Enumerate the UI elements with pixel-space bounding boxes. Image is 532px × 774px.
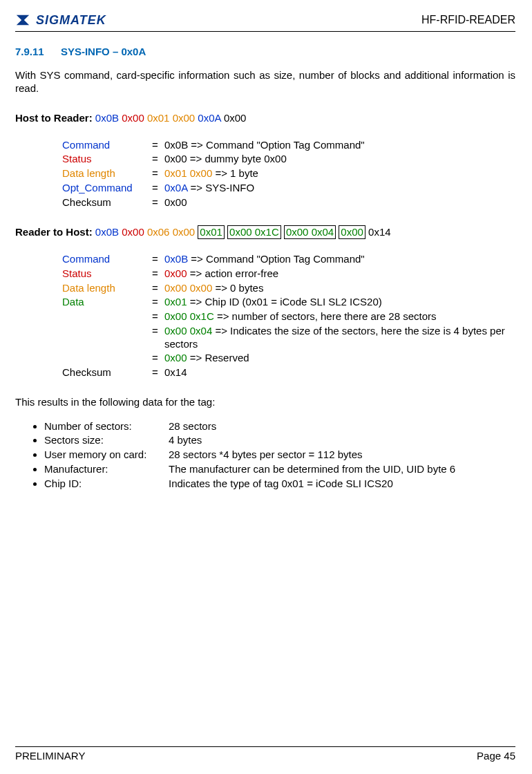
- r2h-def-checksum-label: Checksum: [62, 366, 152, 379]
- r2h-def-data4-post: => Reserved: [190, 352, 249, 364]
- r2h-def-command-label: Command: [62, 253, 152, 266]
- r2h-def-data-label: Data: [62, 296, 152, 309]
- h2r-byte-datalen: 0x01 0x00: [147, 112, 195, 124]
- intro-paragraph: With SYS command, card-specific informat…: [15, 69, 515, 95]
- h2r-byte-optcmd: 0x0A: [198, 112, 220, 124]
- section-title: SYS-INFO – 0x0A: [61, 46, 146, 57]
- list-item: Number of sectors:28 sectors: [44, 420, 515, 433]
- h2r-def-datalen-label: Data length: [62, 167, 152, 180]
- r2h-byte-data3: 0x00 0x04: [284, 225, 336, 238]
- r2h-def-data3-pre: 0x00 0x04: [164, 325, 215, 337]
- r2h-def-data2-pre: 0x00 0x1C: [164, 310, 217, 322]
- list-item: User memory on card:28 sectors *4 bytes …: [44, 449, 515, 462]
- list-item: Sectors size:4 bytes: [44, 434, 515, 447]
- h2r-def-datalen-post: => 1 byte: [215, 167, 258, 179]
- r2h-def-datalen-label: Data length: [62, 282, 152, 295]
- doc-title: HF-RFID-READER: [421, 13, 515, 27]
- r2h-def-data3-post: => Indicates the size of the sectors, he…: [164, 325, 505, 350]
- logo-icon: [15, 12, 30, 28]
- h2r-def-command-label: Command: [62, 139, 152, 152]
- footer-left: PRELIMINARY: [15, 750, 85, 763]
- r2h-byte-status: 0x00: [122, 226, 144, 238]
- r2h-def-status-pre: 0x00: [164, 267, 190, 279]
- r2h-def-status-label: Status: [62, 267, 152, 281]
- h2r-def-datalen-pre: 0x01 0x00: [164, 167, 215, 179]
- r2h-label: Reader to Host:: [15, 226, 95, 238]
- h2r-byte-checksum: 0x00: [224, 112, 247, 124]
- r2h-def-data4-pre: 0x00: [164, 352, 190, 364]
- r2h-def-data1-post: => Chip ID (0x01 = iCode SLI SL2 ICS20): [190, 296, 382, 308]
- r2h-def-datalen-post: => 0 bytes: [215, 282, 263, 294]
- h2r-byte-command: 0x0B: [95, 112, 119, 124]
- r2h-def-datalen-pre: 0x00 0x00: [164, 282, 215, 294]
- h2r-label: Host to Reader:: [15, 112, 95, 124]
- r2h-byte-data4: 0x00: [339, 225, 365, 238]
- r2h-def-command-post: => Command "Option Tag Command": [191, 253, 364, 265]
- h2r-def-optcmd-post: => SYS-INFO: [191, 182, 255, 194]
- r2h-def-data2-post: => number of sectors, here there are 28 …: [217, 310, 437, 322]
- list-item: Chip ID:Indicates the type of tag 0x01 =…: [44, 478, 515, 491]
- reader-to-host-line: Reader to Host: 0x0B 0x00 0x06 0x00 0x01…: [15, 225, 515, 239]
- r2h-def-data1-pre: 0x01: [164, 296, 190, 308]
- r2h-def-command-pre: 0x0B: [164, 253, 191, 265]
- h2r-def-checksum-label: Checksum: [62, 196, 152, 209]
- h2r-def-optcmd-pre: 0x0A: [164, 182, 191, 194]
- logo: SIGMATEK: [15, 12, 106, 28]
- r2h-definitions: Command = 0x0B => Command "Option Tag Co…: [62, 253, 515, 379]
- list-item: Manufacturer:The manufacturer can be det…: [44, 463, 515, 476]
- footer-right: Page 45: [477, 750, 515, 763]
- r2h-byte-command: 0x0B: [95, 226, 119, 238]
- logo-text: SIGMATEK: [36, 12, 106, 28]
- host-to-reader-line: Host to Reader: 0x0B 0x00 0x01 0x00 0x0A…: [15, 112, 515, 125]
- r2h-def-checksum-val: 0x14: [164, 366, 515, 379]
- results-title: This results in the following data for t…: [15, 396, 515, 409]
- r2h-byte-checksum: 0x14: [368, 226, 391, 238]
- h2r-definitions: Command = 0x0B => Command "Option Tag Co…: [62, 139, 515, 209]
- r2h-byte-data1: 0x01: [198, 225, 225, 238]
- h2r-def-optcmd-label: Opt_Command: [62, 182, 152, 195]
- page-footer: PRELIMINARY Page 45: [15, 746, 515, 763]
- h2r-def-status-label: Status: [62, 153, 152, 166]
- r2h-byte-data2: 0x00 0x1C: [227, 225, 281, 238]
- r2h-def-status-post: => action error-free: [190, 267, 278, 279]
- h2r-def-status-val: 0x00 => dummy byte 0x00: [164, 153, 515, 166]
- section-heading: 7.9.11 SYS-INFO – 0x0A: [15, 46, 515, 59]
- h2r-byte-status: 0x00: [122, 112, 144, 124]
- page-header: SIGMATEK HF-RFID-READER: [15, 12, 515, 32]
- section-number: 7.9.11: [15, 46, 44, 57]
- h2r-def-checksum-val: 0x00: [164, 196, 515, 209]
- h2r-def-command-val: 0x0B => Command "Option Tag Command": [164, 139, 515, 152]
- results-list: Number of sectors:28 sectors Sectors siz…: [28, 420, 515, 491]
- r2h-byte-datalen: 0x06 0x00: [147, 226, 195, 238]
